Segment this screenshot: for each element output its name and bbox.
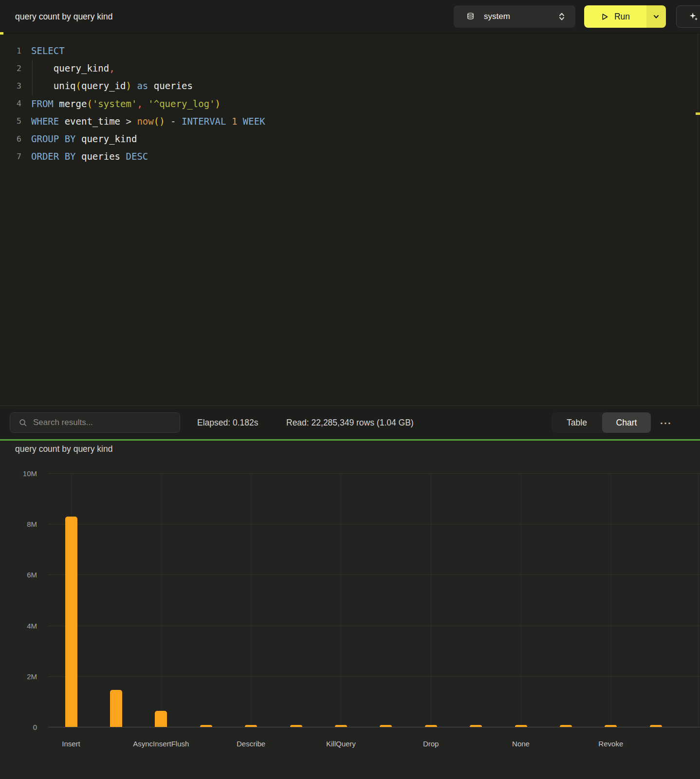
sql-token — [59, 116, 64, 127]
sql-token: - — [170, 116, 176, 127]
sql-token — [76, 133, 81, 144]
play-icon — [601, 13, 609, 21]
code-line[interactable]: 5WHERE event_time > now() - INTERVAL 1 W… — [0, 112, 690, 130]
elapsed-stat: Elapsed: 0.182s — [197, 406, 258, 440]
more-options-button[interactable]: ··· — [656, 406, 676, 440]
bar-KillQuery[interactable] — [335, 725, 347, 727]
sql-token — [165, 116, 170, 127]
bar-unlabeled[interactable] — [560, 725, 572, 727]
sql-token: WEEK — [243, 116, 265, 127]
code-text: uniq(query_id) as queries — [31, 80, 193, 91]
sql-token: GROUP BY — [31, 133, 76, 144]
editor-lines: 1SELECT2 query_kind,3 uniq(query_id) as … — [0, 42, 690, 165]
sql-token: DESC — [126, 151, 148, 162]
chevron-down-icon — [653, 13, 660, 20]
code-line[interactable]: 4FROM merge('system', '^query_log') — [0, 95, 690, 112]
code-line[interactable]: 2 query_kind, — [0, 59, 690, 77]
gridline-vertical — [698, 473, 699, 727]
chart-plot[interactable]: 10M8M6M4M2M0InsertAsyncInsertFlushDescri… — [0, 441, 700, 779]
database-selector-value: system — [484, 12, 510, 21]
run-button-label: Run — [614, 12, 630, 22]
y-axis-tick-label: 8M — [10, 520, 37, 528]
search-box[interactable] — [10, 412, 180, 433]
tab-table[interactable]: Table — [552, 412, 602, 433]
bar-unlabeled[interactable] — [200, 725, 212, 727]
code-text: SELECT — [31, 45, 65, 56]
bar-unlabeled[interactable] — [380, 725, 392, 727]
bar-Insert[interactable] — [65, 517, 77, 727]
line-number: 4 — [0, 99, 21, 108]
sql-token: WHERE — [31, 116, 59, 127]
run-button[interactable]: Run — [584, 5, 646, 28]
sql-token: 'system' — [92, 98, 137, 109]
y-axis-tick-label: 0 — [10, 723, 37, 731]
line-number: 7 — [0, 152, 21, 161]
search-input[interactable] — [33, 418, 175, 427]
x-axis-tick-label: Drop — [423, 740, 439, 748]
query-header: query count by query kind system Run — [0, 0, 700, 33]
bar-unlabeled[interactable] — [290, 725, 302, 727]
code-text: GROUP BY query_kind — [31, 133, 137, 144]
sql-token: > — [126, 116, 131, 127]
gridline-vertical — [431, 473, 431, 727]
bar-Drop[interactable] — [425, 725, 437, 727]
bar-Describe[interactable] — [245, 725, 257, 727]
bar-unlabeled[interactable] — [110, 690, 122, 727]
query-title: query count by query kind — [15, 0, 112, 33]
line-number: 3 — [0, 81, 21, 91]
x-axis-tick-label: Insert — [62, 740, 80, 748]
sql-token: now — [137, 116, 153, 127]
sql-token: , — [109, 63, 114, 74]
x-axis-tick-label: KillQuery — [326, 740, 356, 748]
sql-token — [131, 116, 137, 127]
view-toggle: Table Chart — [552, 412, 651, 433]
x-axis-tick-label: AsyncInsertFlush — [133, 740, 189, 748]
code-line[interactable]: 1SELECT — [0, 42, 690, 59]
ruler-decoration — [696, 112, 700, 115]
code-line[interactable]: 3 uniq(query_id) as queries — [0, 77, 690, 94]
sql-token — [131, 80, 137, 91]
search-icon — [18, 418, 27, 427]
bar-AsyncInsertFlush[interactable] — [155, 711, 167, 727]
sql-token: () — [154, 116, 165, 127]
x-axis-tick-label: None — [512, 740, 530, 748]
overview-ruler[interactable] — [698, 34, 700, 406]
sql-token — [76, 151, 81, 162]
bar-unlabeled[interactable] — [470, 725, 482, 727]
database-selector[interactable]: system — [454, 5, 575, 28]
sql-token: 1 — [232, 116, 237, 127]
code-line[interactable]: 7ORDER BY queries DESC — [0, 148, 690, 165]
sql-token — [176, 116, 182, 127]
bar-Revoke[interactable] — [605, 725, 617, 727]
sql-token: FROM — [31, 98, 54, 109]
run-options-button[interactable] — [646, 5, 666, 28]
sql-token — [237, 116, 242, 127]
sql-token: merge — [59, 98, 87, 109]
sql-token — [54, 98, 59, 109]
ai-assist-button[interactable] — [676, 5, 700, 28]
y-axis-tick-label: 6M — [10, 571, 37, 579]
code-line[interactable]: 6GROUP BY query_kind — [0, 130, 690, 148]
x-axis-tick-label: Describe — [237, 740, 265, 748]
sql-token: INTERVAL — [182, 116, 226, 127]
sql-token: ( — [76, 80, 81, 91]
bar-unlabeled[interactable] — [650, 725, 662, 727]
tab-chart[interactable]: Chart — [602, 412, 651, 433]
code-text: WHERE event_time > now() - INTERVAL 1 WE… — [31, 116, 265, 127]
sql-token — [148, 80, 153, 91]
sql-editor[interactable]: 1SELECT2 query_kind,3 uniq(query_id) as … — [0, 33, 700, 406]
sql-token: uniq — [54, 80, 76, 91]
y-axis-tick-label: 2M — [10, 672, 37, 680]
y-axis-tick-label: 4M — [10, 621, 37, 630]
sql-token — [120, 151, 126, 162]
code-text: ORDER BY queries DESC — [31, 151, 148, 162]
sql-token: queries — [81, 151, 120, 162]
sql-token: ORDER BY — [31, 151, 76, 162]
gridline-vertical — [161, 473, 162, 727]
sql-token — [31, 80, 54, 91]
sql-token: query_kind — [81, 133, 137, 144]
sparkle-icon — [688, 11, 699, 22]
line-number: 6 — [0, 134, 21, 144]
bar-None[interactable] — [515, 725, 527, 727]
unfold-icon — [558, 12, 566, 21]
